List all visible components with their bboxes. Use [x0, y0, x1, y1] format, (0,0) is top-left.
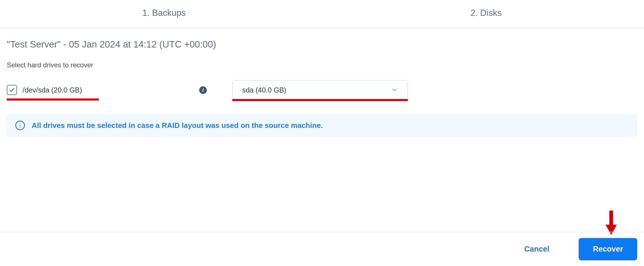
- step-backups[interactable]: 1. Backups: [142, 8, 186, 18]
- footer-bar: Cancel Recover: [0, 232, 644, 266]
- info-circle-icon: i: [15, 121, 25, 130]
- target-disk-dropdown[interactable]: sda (40.0 GB): [232, 80, 408, 100]
- recover-button[interactable]: Recover: [579, 238, 637, 260]
- info-icon[interactable]: i: [199, 86, 207, 94]
- chevron-down-icon: [391, 87, 398, 93]
- section-label: Select hard drives to recover: [7, 61, 637, 69]
- annotation-underline-target: [232, 99, 408, 101]
- drive-checkbox[interactable]: [7, 85, 17, 95]
- info-banner-text: All drives must be selected in case a RA…: [32, 121, 323, 130]
- info-banner: i All drives must be selected in case a …: [7, 114, 637, 137]
- check-icon: [9, 87, 15, 93]
- drive-source-group: /dev/sda (20.0 GB): [7, 85, 199, 95]
- wizard-steps: 1. Backups 2. Disks: [0, 0, 644, 28]
- drive-row: /dev/sda (20.0 GB) i sda (40.0 GB): [7, 80, 637, 100]
- dropdown-value: sda (40.0 GB): [242, 86, 286, 94]
- annotation-underline-source: [7, 98, 99, 100]
- step-disks[interactable]: 2. Disks: [471, 8, 502, 18]
- cancel-button[interactable]: Cancel: [512, 238, 562, 260]
- content-area: "Test Server" - 05 Jan 2024 at 14:12 (UT…: [0, 28, 644, 137]
- page-title: "Test Server" - 05 Jan 2024 at 14:12 (UT…: [7, 39, 637, 50]
- drive-label: /dev/sda (20.0 GB): [23, 86, 82, 94]
